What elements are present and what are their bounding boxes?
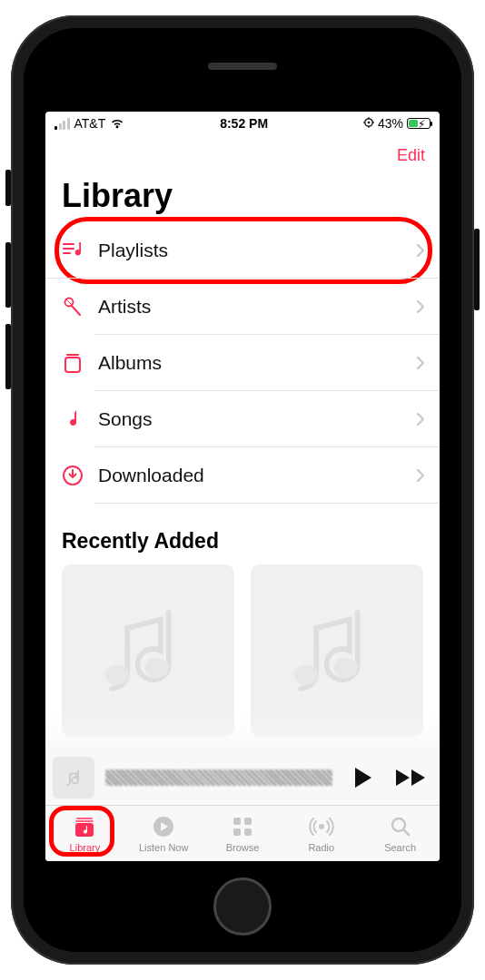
battery-icon: ⚡︎ xyxy=(407,118,431,129)
play-button[interactable] xyxy=(352,766,374,789)
svg-rect-18 xyxy=(75,823,94,837)
page-title: Library xyxy=(45,175,440,222)
album-placeholder[interactable] xyxy=(251,564,423,737)
row-label: Downloaded xyxy=(98,465,416,486)
battery-pct-label: 43% xyxy=(378,116,403,131)
svg-point-1 xyxy=(368,121,371,123)
tab-label: Search xyxy=(384,842,416,853)
play-circle-icon xyxy=(151,815,176,840)
row-playlists[interactable]: Playlists xyxy=(45,222,440,279)
chevron-right-icon xyxy=(416,243,425,258)
music-note-icon xyxy=(56,407,89,431)
svg-rect-12 xyxy=(65,358,80,372)
library-list: Playlists Artists xyxy=(45,222,440,504)
tab-browse[interactable]: Browse xyxy=(203,806,282,861)
tab-bar: Library Listen Now Browse xyxy=(45,805,440,861)
tab-label: Library xyxy=(70,842,101,853)
svg-line-26 xyxy=(403,829,409,835)
tab-label: Listen Now xyxy=(139,842,188,853)
grid-icon xyxy=(230,815,255,840)
download-icon xyxy=(56,464,89,487)
chevron-right-icon xyxy=(416,299,425,314)
chevron-right-icon xyxy=(416,412,425,426)
tab-label: Radio xyxy=(308,842,334,853)
recently-added-title: Recently Added xyxy=(45,504,440,564)
microphone-icon xyxy=(56,295,89,318)
chevron-right-icon xyxy=(416,356,425,370)
row-songs[interactable]: Songs xyxy=(45,391,440,447)
svg-point-24 xyxy=(319,824,324,829)
status-bar: AT&T 8:52 PM 43% ⚡︎ xyxy=(45,112,440,135)
carrier-label: AT&T xyxy=(74,116,106,131)
svg-line-10 xyxy=(72,306,81,316)
row-albums[interactable]: Albums xyxy=(45,335,440,391)
playlist-icon xyxy=(56,239,89,262)
clock-label: 8:52 PM xyxy=(220,116,268,131)
svg-point-17 xyxy=(333,658,358,679)
row-label: Playlists xyxy=(98,240,416,261)
svg-rect-22 xyxy=(233,828,241,836)
chevron-right-icon xyxy=(416,468,425,483)
nav-bar: Edit xyxy=(45,135,440,175)
row-label: Artists xyxy=(98,296,416,318)
radio-icon xyxy=(309,815,334,840)
search-icon xyxy=(388,815,413,840)
row-artists[interactable]: Artists xyxy=(45,279,440,335)
recently-added-grid xyxy=(45,564,440,737)
row-label: Albums xyxy=(98,352,416,374)
svg-line-11 xyxy=(66,299,72,305)
svg-point-14 xyxy=(105,664,130,685)
album-icon xyxy=(56,351,89,375)
library-tab-icon xyxy=(72,815,97,840)
wifi-icon xyxy=(110,118,124,129)
now-playing-title xyxy=(105,769,332,786)
now-playing-artwork xyxy=(53,757,94,799)
svg-rect-20 xyxy=(233,818,241,825)
app-screen: AT&T 8:52 PM 43% ⚡︎ xyxy=(45,112,440,861)
edit-button[interactable]: Edit xyxy=(397,146,425,165)
location-icon xyxy=(363,117,374,131)
row-downloaded[interactable]: Downloaded xyxy=(45,447,440,504)
album-placeholder[interactable] xyxy=(62,564,234,737)
tab-search[interactable]: Search xyxy=(361,806,440,861)
now-playing-bar[interactable] xyxy=(45,749,440,805)
tab-label: Browse xyxy=(226,842,260,853)
svg-point-16 xyxy=(294,664,319,685)
row-label: Songs xyxy=(98,408,416,430)
tab-library[interactable]: Library xyxy=(45,806,124,861)
svg-point-15 xyxy=(144,658,169,679)
home-button[interactable] xyxy=(213,877,272,936)
forward-button[interactable] xyxy=(394,768,427,788)
signal-icon xyxy=(54,118,70,130)
tab-listen-now[interactable]: Listen Now xyxy=(124,806,203,861)
svg-rect-23 xyxy=(244,828,252,836)
tab-radio[interactable]: Radio xyxy=(282,806,361,861)
svg-rect-21 xyxy=(244,818,252,825)
